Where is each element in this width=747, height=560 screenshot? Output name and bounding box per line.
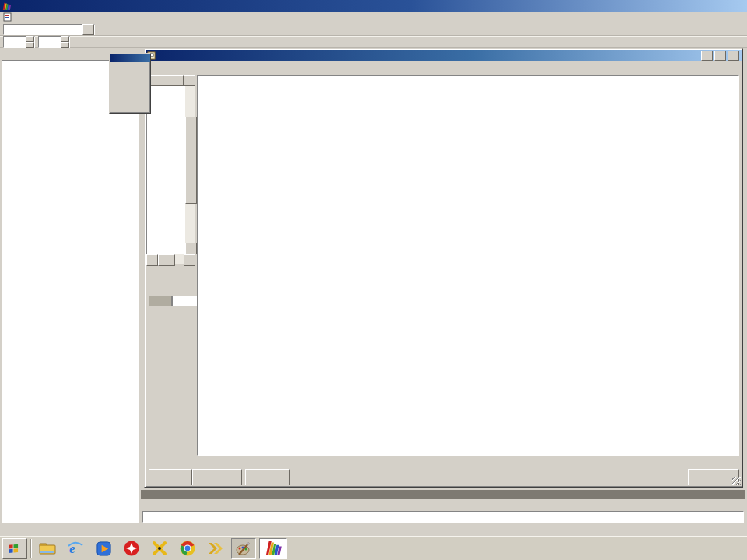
windows-logo-icon	[8, 544, 19, 554]
media-player-icon[interactable]	[91, 538, 116, 559]
maximize-button[interactable]	[714, 51, 726, 61]
spinner-up-icon[interactable]	[26, 36, 34, 42]
ansicht-palette	[109, 53, 151, 114]
gallery-titlebar[interactable]	[146, 50, 742, 61]
scrollbar-thumb[interactable]	[185, 117, 197, 204]
scroll-right-icon[interactable]	[184, 254, 195, 266]
vertical-scrollbar[interactable]	[185, 86, 195, 254]
property-row	[149, 296, 198, 306]
red-app-icon[interactable]	[119, 538, 144, 559]
taskbar: e	[0, 536, 747, 560]
close-button[interactable]	[728, 51, 739, 61]
scroll-down-icon[interactable]	[185, 243, 197, 254]
mdi-child-icon[interactable]	[3, 12, 13, 22]
property-name-label	[149, 296, 172, 306]
horizontal-scrollbar[interactable]	[146, 254, 195, 264]
menubar	[0, 12, 747, 23]
menu-tree	[2, 60, 139, 523]
resize-grip[interactable]	[732, 477, 741, 485]
zeichnungsgalerie-window	[144, 48, 743, 488]
chrome-icon[interactable]	[175, 538, 200, 559]
scrollbar-thumb[interactable]	[158, 254, 175, 266]
scale-spinner[interactable]	[38, 36, 70, 48]
statusbar	[0, 524, 747, 536]
befehlszeile-titlebar[interactable]	[141, 490, 745, 499]
list-header-name[interactable]	[146, 75, 184, 86]
plot-list	[146, 86, 185, 254]
toolbar-secondary	[0, 36, 747, 48]
app-icon	[2, 2, 12, 11]
window-titlebar	[0, 0, 747, 12]
new-button[interactable]	[149, 469, 192, 485]
internet-explorer-icon[interactable]: e	[63, 538, 88, 559]
number-spinner[interactable]	[3, 36, 35, 48]
scia-engineer-taskbar-icon[interactable]	[259, 538, 287, 559]
property-name-value[interactable]	[172, 296, 198, 306]
plot-list-panel	[146, 75, 195, 264]
sort-ascending-icon[interactable]	[184, 75, 195, 86]
project-combobox[interactable]	[3, 24, 95, 35]
scia-engineer-app: e	[0, 0, 747, 560]
drawing-canvas[interactable]	[197, 75, 739, 456]
pointer-icon[interactable]	[142, 499, 154, 509]
menubaum-panel	[0, 48, 141, 524]
toolbar-main	[0, 23, 747, 36]
gold-arrows-icon[interactable]	[203, 538, 228, 559]
spinner-up-icon[interactable]	[61, 36, 69, 42]
snap-toolbar	[141, 499, 745, 510]
scroll-left-icon[interactable]	[146, 254, 158, 266]
gallery-toolbar	[146, 61, 742, 75]
befehlszeile-panel	[141, 490, 745, 524]
delete-button[interactable]	[245, 469, 290, 485]
explorer-folder-icon[interactable]	[35, 538, 60, 559]
start-button[interactable]	[2, 538, 27, 559]
minimize-button[interactable]	[701, 51, 713, 61]
combobox-dropdown-icon[interactable]	[82, 24, 94, 35]
taskbar-separator	[30, 539, 32, 558]
tools-app-icon[interactable]	[147, 538, 172, 559]
spinner-down-icon[interactable]	[61, 42, 69, 48]
spinner-down-icon[interactable]	[26, 42, 34, 48]
edit-button[interactable]	[192, 469, 242, 485]
command-input[interactable]	[142, 511, 744, 523]
paint-palette-icon[interactable]	[231, 538, 256, 559]
cad-drawing	[198, 76, 738, 455]
ansicht-palette-titlebar[interactable]	[110, 54, 150, 62]
